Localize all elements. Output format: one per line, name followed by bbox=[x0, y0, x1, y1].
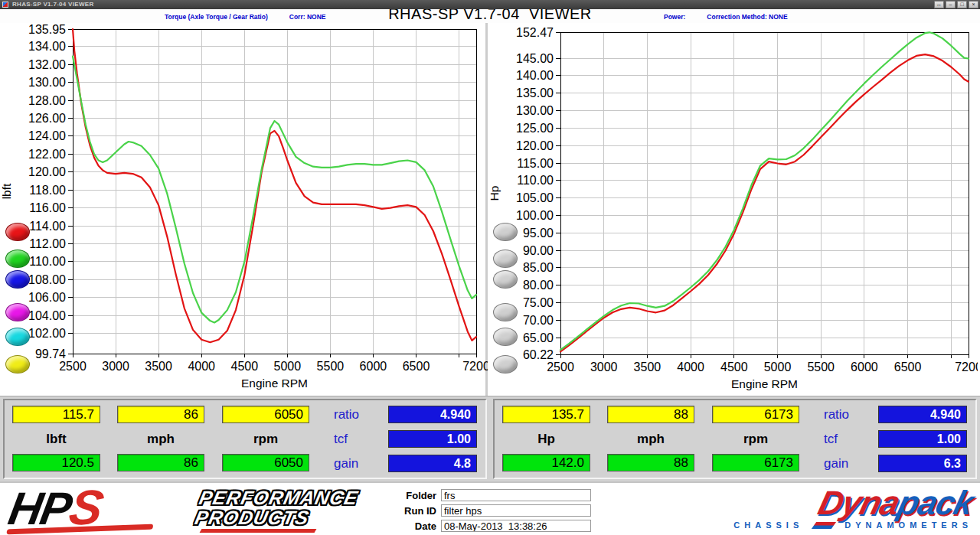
run-slot-2-button[interactable] bbox=[493, 250, 518, 268]
svg-text:102.00: 102.00 bbox=[28, 327, 66, 340]
svg-text:3500: 3500 bbox=[145, 360, 172, 373]
svg-text:5000: 5000 bbox=[274, 360, 302, 373]
dynapack-swoosh-icon bbox=[812, 522, 836, 529]
run-id-label: Run ID bbox=[375, 505, 441, 517]
svg-text:99.74: 99.74 bbox=[35, 347, 66, 360]
rpm-value-run1: 6173 bbox=[712, 406, 799, 423]
svg-text:125.00: 125.00 bbox=[516, 122, 554, 135]
date-input[interactable] bbox=[441, 520, 591, 532]
power-header-info: Power:Correction Method: NONE bbox=[664, 13, 809, 21]
charts-area: 135.95134.00132.00130.00128.00126.00124.… bbox=[0, 23, 980, 396]
rpm-value-run1: 6050 bbox=[222, 406, 309, 423]
power-chart[interactable]: 152.47145.00140.00135.00130.00125.00120.… bbox=[488, 23, 978, 396]
svg-text:110.00: 110.00 bbox=[29, 255, 66, 268]
speed-value-run1: 88 bbox=[607, 406, 694, 423]
run-select-green-button[interactable] bbox=[5, 250, 30, 268]
run-id-row: Run ID bbox=[375, 504, 591, 517]
svg-text:135.95: 135.95 bbox=[28, 23, 66, 36]
svg-text:4000: 4000 bbox=[188, 360, 215, 373]
svg-text:85.00: 85.00 bbox=[523, 261, 554, 274]
window-title: RHAS-SP V1.7-04 VIEWER bbox=[12, 1, 93, 8]
speed-unit-label: mph bbox=[117, 431, 204, 448]
svg-text:2500: 2500 bbox=[547, 360, 574, 374]
svg-text:122.00: 122.00 bbox=[28, 148, 66, 161]
app-icon bbox=[2, 2, 8, 8]
dyno-viewer-window: RHAS-SP V1.7-04 VIEWER ↔ – □ × RHAS-SP V… bbox=[0, 0, 980, 535]
window-maximize-button[interactable]: □ bbox=[957, 1, 967, 8]
dynapack-chassis-label: CHASSIS bbox=[733, 520, 803, 530]
run-slot-1-button[interactable] bbox=[493, 223, 518, 241]
svg-text:132.00: 132.00 bbox=[28, 58, 66, 71]
svg-text:80.00: 80.00 bbox=[523, 279, 554, 292]
svg-text:Engine RPM: Engine RPM bbox=[241, 377, 308, 390]
dynapack-logo: Dynapack CHASSIS DYNAMOMETERS bbox=[616, 486, 972, 530]
run-slot-5-button[interactable] bbox=[493, 328, 518, 346]
svg-text:65.00: 65.00 bbox=[523, 331, 554, 344]
svg-text:60.22: 60.22 bbox=[523, 348, 554, 361]
svg-text:130.00: 130.00 bbox=[28, 76, 66, 89]
readout-strip: 115.7 86 6050 lbft mph rpm 120.5 86 6050… bbox=[0, 396, 980, 481]
torque-chart[interactable]: 135.95134.00132.00130.00128.00126.00124.… bbox=[0, 23, 488, 396]
tcf-label: tcf bbox=[824, 430, 873, 448]
torque-readout-panel: 115.7 86 6050 lbft mph rpm 120.5 86 6050… bbox=[3, 399, 487, 479]
gain-value: 6.3 bbox=[878, 455, 967, 472]
torque-value-run2: 120.5 bbox=[12, 454, 100, 471]
page-title: RHAS-SP V1.7-04 VIEWER bbox=[0, 9, 980, 23]
svg-text:lbft: lbft bbox=[0, 183, 13, 199]
run-slot-4-button[interactable] bbox=[493, 303, 518, 321]
tcf-label: tcf bbox=[334, 430, 383, 448]
power-mode-label: Power: bbox=[664, 13, 685, 21]
torque-chart-panel: 135.95134.00132.00130.00128.00126.00124.… bbox=[0, 23, 488, 396]
run-slot-6-button[interactable] bbox=[493, 355, 518, 374]
footer: HPS PERFORMANCE PRODUCTS Folder Run ID D… bbox=[0, 481, 980, 535]
run-select-red-button[interactable] bbox=[5, 223, 30, 241]
torque-mode-label: Torque (Axle Torque / Gear Ratio) bbox=[165, 13, 268, 21]
speed-value-run2: 86 bbox=[117, 454, 204, 471]
window-close-button[interactable]: × bbox=[969, 1, 978, 8]
svg-text:116.00: 116.00 bbox=[29, 201, 66, 214]
svg-text:6000: 6000 bbox=[360, 360, 387, 373]
power-value-run1: 135.7 bbox=[502, 406, 590, 423]
power-correction-label: Correction Method: NONE bbox=[707, 13, 787, 21]
run-info-form: Folder Run ID Date bbox=[375, 489, 591, 535]
svg-text:124.00: 124.00 bbox=[28, 129, 66, 142]
dynapack-logo-pack: pack bbox=[894, 486, 976, 520]
run-select-cyan-button[interactable] bbox=[5, 328, 30, 346]
hps-tagline-underline bbox=[200, 529, 317, 533]
speed-unit-label: mph bbox=[607, 431, 694, 448]
svg-text:115.00: 115.00 bbox=[517, 157, 554, 170]
svg-text:90.00: 90.00 bbox=[523, 244, 554, 257]
svg-text:6500: 6500 bbox=[894, 360, 922, 374]
svg-text:Engine RPM: Engine RPM bbox=[731, 377, 798, 390]
torque-unit-label: lbft bbox=[12, 431, 100, 448]
svg-text:Hp: Hp bbox=[488, 186, 501, 201]
svg-text:3000: 3000 bbox=[102, 360, 129, 373]
svg-text:4000: 4000 bbox=[677, 360, 704, 374]
folder-input[interactable] bbox=[441, 489, 591, 501]
run-select-magenta-button[interactable] bbox=[5, 303, 30, 321]
svg-text:152.47: 152.47 bbox=[516, 26, 554, 39]
torque-header-info: Torque (Axle Torque / Gear Ratio)Corr: N… bbox=[165, 13, 347, 21]
svg-text:100.00: 100.00 bbox=[516, 209, 554, 222]
svg-text:6500: 6500 bbox=[403, 360, 430, 373]
window-minimize-button[interactable]: – bbox=[946, 1, 956, 8]
run-id-input[interactable] bbox=[441, 504, 591, 517]
run-slot-3-button[interactable] bbox=[493, 270, 518, 289]
svg-text:120.00: 120.00 bbox=[516, 139, 554, 152]
svg-text:5500: 5500 bbox=[807, 360, 835, 374]
window-restore-button[interactable]: ↔ bbox=[934, 1, 944, 8]
power-value-run2: 142.0 bbox=[502, 454, 590, 471]
hps-logo: HPS bbox=[5, 484, 193, 533]
svg-text:5500: 5500 bbox=[317, 360, 345, 373]
run-select-blue-button[interactable] bbox=[5, 270, 30, 289]
header-band: RHAS-SP V1.7-04 VIEWER Torque (Axle Torq… bbox=[0, 9, 980, 23]
hps-tagline-line2: PRODUCTS bbox=[193, 507, 355, 527]
svg-text:3000: 3000 bbox=[590, 360, 618, 374]
folder-label: Folder bbox=[375, 490, 441, 501]
dynapack-logo-dyna: Dyna bbox=[815, 486, 903, 520]
ratio-label: ratio bbox=[824, 406, 873, 423]
svg-text:135.00: 135.00 bbox=[516, 86, 554, 99]
svg-text:4500: 4500 bbox=[720, 360, 748, 374]
run-select-yellow-button[interactable] bbox=[5, 355, 30, 374]
svg-text:105.00: 105.00 bbox=[516, 191, 554, 204]
